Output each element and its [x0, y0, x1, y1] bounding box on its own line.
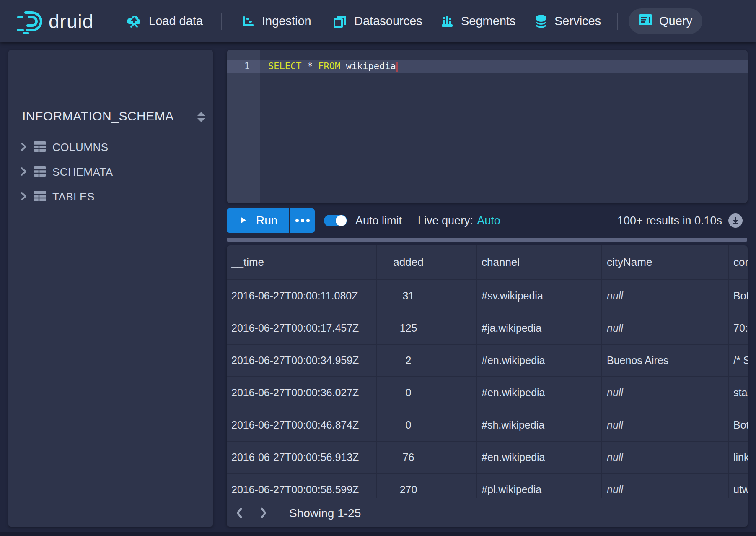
table-cell[interactable]: 0: [377, 377, 477, 409]
nav-item-services[interactable]: Services: [535, 14, 601, 29]
cloud-upload-icon: [127, 15, 142, 28]
tree-item-label: COLUMNS: [52, 141, 109, 154]
next-page-button[interactable]: [254, 504, 273, 522]
play-icon: [240, 214, 246, 227]
schema-tree: COLUMNS SCHEMATA: [8, 135, 213, 209]
run-button[interactable]: Run: [227, 208, 289, 233]
nav-divider: [221, 13, 222, 30]
table-cell[interactable]: sta: [729, 377, 748, 409]
top-nav-bar: druid Load data: [0, 0, 756, 42]
tree-item-tables[interactable]: TABLES: [8, 185, 213, 209]
nav-item-label: Services: [554, 14, 601, 28]
results-panel: __timeaddedchannelcityNamecor 2016-06-27…: [227, 245, 748, 527]
table-cell[interactable]: null: [602, 409, 729, 442]
table-cell[interactable]: null: [602, 280, 729, 312]
table-cell[interactable]: 76: [377, 442, 477, 474]
chevron-right-icon[interactable]: [19, 191, 33, 203]
table-row: 2016-06-27T00:00:58.599Z270#pl.wikipedia…: [227, 474, 748, 498]
previous-page-button[interactable]: [230, 504, 249, 522]
table-cell[interactable]: #pl.wikipedia: [477, 474, 602, 498]
header-cell-cor[interactable]: cor: [729, 245, 748, 280]
results-header-row: __timeaddedchannelcityNamecor: [227, 245, 748, 280]
nav-item-label: Datasources: [354, 14, 422, 28]
nav-item-segments[interactable]: Segments: [440, 14, 516, 28]
table-cell[interactable]: #ja.wikipedia: [477, 312, 602, 345]
live-query-label: Live query:: [418, 214, 473, 227]
editor-gutter: [227, 50, 260, 203]
nav-item-label: Ingestion: [262, 14, 311, 28]
horizontal-scrollbar[interactable]: [227, 238, 747, 242]
header-cell-added[interactable]: added: [377, 245, 477, 280]
nav-item-ingestion[interactable]: Ingestion: [241, 14, 311, 28]
live-query-value[interactable]: Auto: [477, 214, 500, 227]
bar-chart-icon: [440, 15, 454, 28]
results-summary: 100+ results in 0.10s: [617, 214, 722, 227]
table-cell[interactable]: Bot: [729, 409, 748, 442]
chevron-right-icon[interactable]: [19, 142, 33, 154]
sql-keyword: SELECT: [268, 61, 301, 71]
table-cell[interactable]: /* S: [729, 345, 748, 377]
table-cell[interactable]: 2016-06-27T00:00:17.457Z: [227, 312, 377, 345]
table-cell[interactable]: null: [602, 474, 729, 498]
table-cell[interactable]: link: [729, 442, 748, 474]
stacked-squares-icon: [333, 14, 347, 29]
table-cell[interactable]: null: [602, 312, 729, 345]
header-cell-cityName[interactable]: cityName: [602, 245, 729, 280]
results-table: __timeaddedchannelcityNamecor 2016-06-27…: [227, 245, 748, 498]
table-cell[interactable]: 0: [377, 409, 477, 442]
table-cell[interactable]: 2016-06-27T00:00:58.599Z: [227, 474, 377, 498]
nav-item-datasources[interactable]: Datasources: [333, 14, 422, 29]
query-toolbar: Run Auto limit Live query: Auto 100+ res…: [227, 208, 748, 233]
table-cell[interactable]: 70:: [729, 312, 748, 345]
table-cell[interactable]: #sv.wikipedia: [477, 280, 602, 312]
table-cell[interactable]: #sh.wikipedia: [477, 409, 602, 442]
auto-limit-toggle[interactable]: [324, 215, 347, 226]
table-cell[interactable]: 2016-06-27T00:00:46.874Z: [227, 409, 377, 442]
table-cell[interactable]: 31: [377, 280, 477, 312]
nav-item-label: Segments: [461, 14, 516, 28]
nav-divider: [617, 13, 618, 30]
nav-item-query-active[interactable]: Query: [629, 8, 702, 34]
table-cell[interactable]: 2016-06-27T00:00:56.913Z: [227, 442, 377, 474]
run-more-options-button[interactable]: [290, 208, 315, 233]
sql-code-line[interactable]: SELECT * FROM wikipedia: [268, 60, 398, 73]
console-icon: [639, 14, 652, 29]
double-caret-vertical-icon[interactable]: [196, 111, 206, 125]
table-row: 2016-06-27T00:00:17.457Z125#ja.wikipedia…: [227, 312, 748, 345]
header-cell-__time[interactable]: __time: [227, 245, 377, 280]
table-cell[interactable]: null: [602, 442, 729, 474]
header-cell-channel[interactable]: channel: [477, 245, 602, 280]
table-cell[interactable]: null: [602, 377, 729, 409]
table-cell[interactable]: 2016-06-27T00:00:11.080Z: [227, 280, 377, 312]
table-row: 2016-06-27T00:00:36.027Z0#en.wikipedianu…: [227, 377, 748, 409]
gantt-chart-icon: [241, 15, 255, 28]
brand-name: druid: [49, 0, 93, 42]
run-button-label: Run: [256, 214, 277, 227]
nav-item-label: Query: [659, 14, 692, 28]
table-cell[interactable]: utw: [729, 474, 748, 498]
nav-item-load-data[interactable]: Load data: [127, 14, 203, 28]
table-row: 2016-06-27T00:00:46.874Z0#sh.wikipedianu…: [227, 409, 748, 442]
chevron-right-icon[interactable]: [19, 167, 33, 178]
table-cell[interactable]: #en.wikipedia: [477, 345, 602, 377]
table-cell[interactable]: #en.wikipedia: [477, 442, 602, 474]
table-cell[interactable]: 270: [377, 474, 477, 498]
table-cell[interactable]: 2016-06-27T00:00:34.959Z: [227, 345, 377, 377]
tree-item-label: TABLES: [52, 190, 95, 203]
druid-logo-icon[interactable]: [17, 0, 45, 42]
tree-item-columns[interactable]: COLUMNS: [8, 135, 213, 160]
table-cell[interactable]: 2016-06-27T00:00:36.027Z: [227, 377, 377, 409]
table-cell[interactable]: Bot: [729, 280, 748, 312]
table-cell[interactable]: #en.wikipedia: [477, 377, 602, 409]
table-cell[interactable]: Buenos Aires: [602, 345, 729, 377]
window-bottom-edge: [0, 532, 756, 536]
table-cell[interactable]: 2: [377, 345, 477, 377]
table-cell[interactable]: 125: [377, 312, 477, 345]
schema-title: INFORMATION_SCHEMA: [22, 109, 174, 123]
sql-editor[interactable]: 1 SELECT * FROM wikipedia: [227, 50, 748, 203]
download-circle-icon[interactable]: [728, 213, 743, 228]
tree-item-schemata[interactable]: SCHEMATA: [8, 160, 213, 185]
toggle-knob: [336, 215, 347, 226]
sql-keyword: FROM: [318, 61, 340, 71]
nav-item-label: Load data: [149, 14, 203, 28]
